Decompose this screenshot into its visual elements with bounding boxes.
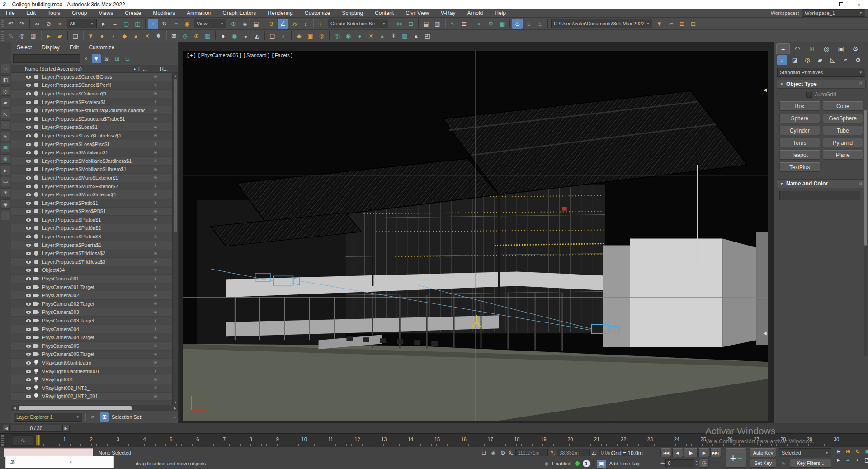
eye-icon[interactable] — [25, 301, 32, 307]
eye-icon[interactable] — [25, 317, 32, 324]
clock-tool-icon[interactable]: ◷ — [180, 31, 190, 41]
timeline-ruler[interactable]: ∿ 01234567891011121314151617181920212223… — [0, 433, 868, 447]
clipboard-icon[interactable]: ▤ — [267, 31, 278, 41]
timeline-frame-label[interactable]: 28 — [780, 436, 786, 442]
viewport-menu-plus[interactable]: [ + ] — [187, 52, 196, 58]
next-frame-button[interactable]: |▶ — [698, 448, 709, 457]
timeline-frame-label[interactable]: 22 — [621, 436, 626, 442]
eye-icon[interactable] — [25, 360, 32, 366]
category-geometry[interactable]: ○ — [777, 55, 787, 65]
collapse-tree-icon[interactable]: ⊟ — [123, 54, 132, 63]
eye-icon[interactable] — [25, 393, 32, 399]
frozen-icon[interactable]: ✳ — [145, 360, 166, 365]
menu-scripting[interactable]: Scripting — [336, 9, 369, 18]
frozen-icon[interactable]: ✳ — [145, 125, 166, 130]
timeline-frame-label[interactable]: 7 — [223, 436, 226, 442]
frozen-icon[interactable]: ✳ — [145, 184, 166, 189]
select-object-icon[interactable]: ► — [99, 19, 109, 29]
frozen-icon[interactable]: ✳ — [145, 352, 166, 357]
category-helpers[interactable]: ◺ — [828, 55, 838, 65]
eye-icon[interactable] — [25, 217, 32, 223]
minimize-button[interactable]: — — [814, 0, 832, 9]
column-name[interactable]: Name (Sorted Ascending) ▲ — [11, 66, 138, 71]
isolate-selection-icon[interactable]: ▣ — [597, 460, 606, 468]
name-color-rollout[interactable]: ▼ Name and Color ⠿ — [777, 179, 866, 188]
current-frame-field[interactable]: 0 — [665, 459, 694, 467]
notification-toast[interactable]: 3 × — [5, 456, 114, 468]
frozen-icon[interactable]: ✳ — [145, 335, 166, 340]
viewport[interactable]: [ + ] [ PhysCamera005 ] [ Standard ] [ F… — [183, 51, 768, 421]
menu-rendering[interactable]: Rendering — [262, 9, 298, 18]
frozen-icon[interactable]: ✳ — [145, 276, 166, 281]
tab-hierarchy[interactable]: ⊞ — [805, 43, 819, 54]
timeline-frame-label[interactable]: 18 — [514, 436, 519, 442]
selection-lock-icon[interactable]: ⊡ — [480, 449, 487, 456]
spray-filter-icon[interactable]: ► — [1, 166, 10, 175]
tab-motion[interactable]: ◎ — [820, 43, 833, 54]
render-setup-icon[interactable]: ⚙ — [486, 19, 496, 29]
explorer-menu-select[interactable]: Select — [17, 44, 32, 51]
timeline-frame-label[interactable]: 12 — [354, 436, 360, 442]
face-icon[interactable]: ◒ — [241, 31, 251, 41]
menu-create[interactable]: Create — [119, 9, 147, 18]
menu-graph-editors[interactable]: Graph Editors — [217, 9, 262, 18]
explorer-name-dropdown[interactable]: Layer Explorer 1 ▼ — [14, 413, 82, 422]
helpers-filter-icon[interactable]: ◺ — [1, 109, 10, 118]
egg-icon[interactable]: ● — [354, 31, 365, 41]
list-item[interactable]: Layer:Propuesta$Muro$Exterior$2✳ — [11, 182, 172, 191]
eye-icon[interactable] — [25, 326, 32, 332]
project-folder-dropdown[interactable]: C:\Users\valer\Documents\3ds Max 2022▼ — [551, 19, 652, 28]
maximize-button[interactable] — [832, 0, 850, 9]
align-icon[interactable]: ⊟ — [406, 19, 416, 29]
eye-icon[interactable] — [25, 284, 32, 290]
timeline-frame-label[interactable]: 21 — [594, 436, 599, 442]
frozen-icon[interactable]: ✳ — [145, 74, 166, 79]
timeline-frame-label[interactable]: 19 — [541, 436, 546, 442]
set-key-button[interactable]: Set Key — [750, 459, 776, 468]
schematic-view-icon[interactable]: ⊞ — [459, 19, 469, 29]
layer-explorer-icon[interactable]: ▥ — [432, 19, 443, 29]
eye-icon[interactable] — [25, 116, 32, 122]
category-shapes[interactable]: ◪ — [790, 55, 800, 65]
object-type-rollout[interactable]: ▼ Object Type ⠿ — [777, 80, 866, 89]
eye-icon[interactable] — [25, 225, 32, 231]
eye-icon[interactable] — [25, 242, 32, 248]
frozen-icon[interactable]: ✳ — [145, 369, 166, 374]
visibility-filter-icon[interactable]: ◉ — [1, 199, 10, 209]
container-filter-icon[interactable]: ▣ — [1, 143, 10, 152]
unlink-selection-icon[interactable]: ⊘ — [43, 19, 54, 29]
menu-civil-view[interactable]: Civil View — [400, 9, 435, 18]
frozen-icon[interactable]: ✳ — [145, 310, 166, 315]
timeline-frame-label[interactable]: 13 — [381, 436, 387, 442]
eye-icon[interactable] — [25, 267, 32, 273]
list-item[interactable]: Layer:Propuesta$Plafón$3✳ — [11, 232, 172, 241]
list-item[interactable]: PhysCamera001.Target✳ — [11, 283, 172, 292]
tab-create[interactable]: + — [776, 43, 790, 54]
frozen-icon[interactable]: ✳ — [145, 192, 166, 197]
maximize-tool-icon[interactable]: ◰ — [422, 31, 433, 41]
tab-modify[interactable]: ◠ — [791, 43, 804, 54]
droplets-icon[interactable]: ◆ — [294, 31, 304, 41]
timeline-frame-label[interactable]: 1 — [63, 436, 66, 442]
time-configuration-icon[interactable]: ◷ — [699, 459, 709, 468]
column-render[interactable]: R... — [160, 66, 178, 71]
save-project-icon[interactable]: ▼ — [654, 19, 665, 29]
spacewarps-filter-icon[interactable]: ≈ — [1, 120, 10, 130]
frozen-icon[interactable]: ✳ — [145, 133, 166, 138]
cameras-filter-icon[interactable]: ▰ — [1, 98, 10, 107]
expand-tree-icon[interactable]: ⊞ — [113, 54, 122, 63]
list-item[interactable]: Layer:Propuesta$Columna$1✳ — [11, 90, 172, 98]
window-tool-icon[interactable]: ▦ — [28, 31, 38, 41]
figure-icon[interactable]: ▲ — [411, 31, 421, 41]
eye-icon[interactable] — [25, 200, 32, 206]
select-rotate-icon[interactable]: ↻ — [159, 19, 170, 29]
list-item[interactable]: Layer:Propuesta$Escalera$1✳ — [11, 98, 172, 107]
timeline-frame-label[interactable]: 30 — [834, 436, 839, 442]
list-item[interactable]: VRayLight00anfiteatro✳ — [11, 359, 172, 367]
lock-icon[interactable]: ⊠ — [102, 54, 111, 63]
timeline-frame-label[interactable]: 8 — [250, 436, 252, 442]
eye-icon[interactable] — [25, 99, 32, 105]
eye-icon[interactable] — [25, 368, 32, 374]
primitive-button-geosphere[interactable]: GeoSphere — [823, 114, 863, 123]
world-icon[interactable]: ◐ — [278, 31, 289, 41]
